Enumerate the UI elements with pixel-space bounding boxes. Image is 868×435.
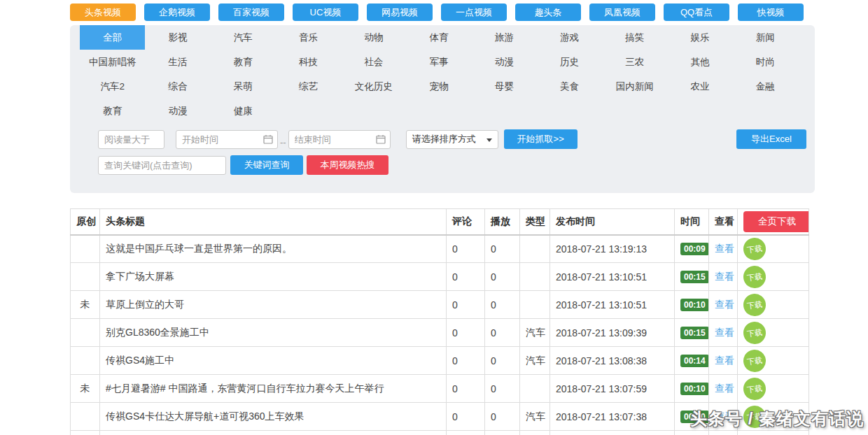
category-item[interactable]: 动漫: [145, 99, 210, 123]
category-item[interactable]: 军事: [406, 50, 471, 74]
category-item[interactable]: 其他: [667, 50, 732, 74]
view-cell: 查看: [709, 235, 738, 263]
category-item[interactable]: 国内新闻: [602, 74, 667, 99]
view-link[interactable]: 查看: [715, 383, 734, 394]
category-item[interactable]: 娱乐: [667, 25, 732, 50]
category-item[interactable]: 三农: [602, 50, 667, 74]
title-cell: 传祺GS4施工中: [100, 347, 447, 375]
category-item[interactable]: 生活: [145, 50, 210, 74]
original-flag-cell: [71, 263, 100, 291]
category-item[interactable]: 时尚: [733, 50, 798, 74]
category-item[interactable]: 历史: [537, 50, 602, 74]
platform-tab[interactable]: 头条视频: [70, 3, 136, 21]
category-item[interactable]: 教育: [211, 50, 276, 74]
category-item[interactable]: 教育: [80, 99, 145, 123]
category-item[interactable]: 搞笑: [602, 25, 667, 50]
category-item[interactable]: 动漫: [472, 50, 537, 74]
platform-tab[interactable]: UC视频: [293, 3, 358, 21]
results-table-head: 原创头条标题评论播放类型发布时间时间查看全页下载: [71, 209, 809, 235]
empty-cell: [520, 431, 550, 435]
comments-cell: 0: [447, 375, 485, 403]
weekly-hot-button[interactable]: 本周视频热搜: [307, 155, 388, 175]
download-button[interactable]: 下载: [742, 292, 767, 317]
column-header: 类型: [520, 209, 550, 235]
view-link[interactable]: 查看: [715, 299, 734, 310]
view-link[interactable]: 查看: [715, 327, 734, 338]
platform-tab[interactable]: 百家视频: [218, 3, 284, 21]
category-item[interactable]: 综艺: [276, 74, 341, 99]
view-link[interactable]: 查看: [715, 355, 734, 366]
view-cell: 查看: [709, 263, 738, 291]
keyword-search-button[interactable]: 关键词查询: [230, 155, 303, 175]
platform-tab[interactable]: 一点视频: [441, 3, 507, 21]
table-row: [71, 431, 809, 435]
category-item[interactable]: 体育: [406, 25, 471, 50]
read-count-input[interactable]: [98, 130, 164, 149]
empty-cell: [738, 431, 809, 435]
category-item[interactable]: 汽车: [211, 25, 276, 50]
view-link[interactable]: 查看: [715, 271, 734, 282]
start-crawl-button[interactable]: 开始抓取>>: [504, 129, 578, 149]
download-button[interactable]: 下载: [742, 348, 767, 373]
type-cell: 汽车: [520, 347, 550, 375]
calendar-icon[interactable]: [376, 134, 386, 144]
download-button[interactable]: 下载: [742, 376, 767, 401]
table-row: 传祺GS4施工中00汽车2018-07-21 13:08:3800:14查看下载: [71, 347, 809, 375]
platform-tab[interactable]: 网易视频: [367, 3, 433, 21]
plays-cell: 0: [485, 319, 520, 347]
column-header: 评论: [447, 209, 485, 235]
comments-cell: 0: [447, 403, 485, 431]
category-item[interactable]: 宠物: [406, 74, 471, 99]
title-cell: 草原上倒立的大哥: [100, 291, 447, 319]
comments-cell: 0: [447, 235, 485, 263]
type-cell: 汽车: [520, 319, 550, 347]
category-item[interactable]: 影视: [145, 25, 210, 50]
category-item[interactable]: 动物: [341, 25, 406, 50]
download-all-button[interactable]: 全页下载: [743, 211, 809, 232]
platform-tab[interactable]: 企鹅视频: [144, 3, 210, 21]
platform-tab[interactable]: 凤凰视频: [589, 3, 655, 21]
category-item[interactable]: 健康: [211, 99, 276, 123]
platform-tab[interactable]: 趣头条: [515, 3, 581, 21]
category-item[interactable]: 农业: [667, 74, 732, 99]
original-flag-cell: [71, 347, 100, 375]
publish-time-cell: 2018-07-21 13:10:51: [550, 263, 675, 291]
comments-cell: 0: [447, 347, 485, 375]
category-item[interactable]: 文化历史: [341, 74, 406, 99]
empty-cell: [71, 431, 100, 435]
plays-cell: 0: [485, 235, 520, 263]
export-excel-button[interactable]: 导出Excel: [736, 129, 806, 149]
plays-cell: 0: [485, 291, 520, 319]
download-button[interactable]: 下载: [742, 236, 767, 262]
category-item[interactable]: 新闻: [733, 25, 798, 50]
calendar-icon[interactable]: [263, 134, 273, 144]
category-item[interactable]: 游戏: [537, 25, 602, 50]
sort-select[interactable]: 请选择排序方式: [406, 130, 498, 149]
download-cell: 下载: [738, 263, 809, 291]
category-item[interactable]: 美食: [537, 74, 602, 99]
view-link[interactable]: 查看: [715, 243, 734, 254]
category-item[interactable]: 母婴: [472, 74, 537, 99]
category-item[interactable]: 汽车2: [80, 74, 145, 99]
category-item[interactable]: 中国新唱将: [80, 50, 145, 74]
duration-badge: 00:10: [680, 299, 709, 311]
platform-tab[interactable]: 快视频: [738, 3, 804, 21]
platform-tab[interactable]: QQ看点: [664, 3, 729, 21]
download-cell: 下载: [738, 375, 809, 403]
category-item[interactable]: 金融: [733, 74, 798, 99]
type-cell: [520, 291, 550, 319]
download-button[interactable]: 下载: [742, 264, 767, 289]
category-item[interactable]: 音乐: [276, 25, 341, 50]
category-item[interactable]: 社会: [341, 50, 406, 74]
category-item[interactable]: 科技: [276, 50, 341, 74]
page: 头条视频企鹅视频百家视频UC视频网易视频一点视频趣头条凤凰视频QQ看点快视频 全…: [0, 0, 868, 435]
category-item[interactable]: 旅游: [472, 25, 537, 50]
view-cell: 查看: [709, 347, 738, 375]
category-item[interactable]: 全部: [80, 25, 145, 50]
table-row: 这就是中国乒乓球一直是世界第一的原因。002018-07-21 13:19:13…: [71, 235, 809, 263]
category-item[interactable]: 综合: [145, 74, 210, 99]
category-item[interactable]: 呆萌: [211, 74, 276, 99]
keyword-input[interactable]: [98, 156, 226, 175]
table-row: 拿下广场大屏幕002018-07-21 13:10:5100:15查看下载: [71, 263, 809, 291]
download-button[interactable]: 下载: [742, 320, 767, 345]
